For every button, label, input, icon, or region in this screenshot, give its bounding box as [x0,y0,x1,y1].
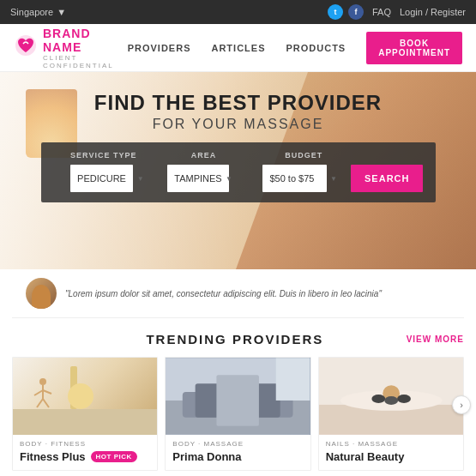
testimonial-quote: "Lorem ipsum dolor sit amet, consectetur… [65,287,382,300]
hero-subtitle: FOR YOUR MASSAGE [0,117,476,132]
testimonial-section: "Lorem ipsum dolor sit amet, consectetur… [0,269,476,317]
provider-info-1: BODY · FITNESS Fitness Plus HOT PICK [13,435,157,470]
provider-image-1 [13,358,157,435]
location-label: Singapore [10,7,53,17]
book-appointment-button[interactable]: BOOK APPOINTMENT [366,32,462,64]
provider-name-row-2: Prima Donna [172,450,303,463]
top-bar-right: t f FAQ Login / Register [328,4,466,20]
svg-line-3 [34,390,43,395]
svg-line-5 [37,399,43,407]
avatar-figure [32,285,51,309]
area-wrap: TAMPINES ORCHARD CBD [158,165,239,192]
testimonial-avatar [26,278,57,309]
provider-info-2: BODY · MASSAGE Prima Donna [166,435,310,470]
logo: BRAND NAME CLIENT CONFIDENTIAL [14,27,128,69]
nav-products[interactable]: PRODUCTS [286,43,346,53]
nav-providers[interactable]: PROVIDERS [128,43,191,53]
faq-link[interactable]: FAQ [372,7,391,17]
provider-image-2 [166,358,310,435]
provider-card-1: BODY · FITNESS Fitness Plus HOT PICK [12,357,158,471]
location-selector[interactable]: Singapore ▼ [10,7,66,17]
brand-name: BRAND NAME [43,27,128,54]
main-nav: BRAND NAME CLIENT CONFIDENTIAL PROVIDERS… [0,24,476,72]
top-bar: Singapore ▼ t f FAQ Login / Register [0,0,476,24]
service-type-label: SERVICE TYPE [53,151,155,160]
hot-pick-badge: HOT PICK [91,451,137,462]
trending-header: TRENDING PROVIDERS VIEW MORE [12,332,464,346]
nav-articles[interactable]: ARTICLES [211,43,265,53]
twitter-icon[interactable]: t [328,4,343,20]
social-icons: t f [328,4,364,20]
budget-label: BUDGET [253,151,355,160]
svg-point-18 [371,395,385,403]
spa-room-svg [166,358,310,435]
auth-link[interactable]: Login / Register [400,7,466,17]
gym-circle [68,383,93,409]
provider-category-2: BODY · MASSAGE [172,440,303,448]
svg-line-4 [43,390,51,394]
service-type-wrap: PEDICURE MASSAGE FITNESS [53,165,151,192]
trending-section: TRENDING PROVIDERS VIEW MORE [0,318,476,476]
provider-name-2[interactable]: Prima Donna [172,450,241,463]
provider-image-3 [319,358,463,435]
hero-section: FIND THE BEST PROVIDER FOR YOUR MASSAGE … [0,72,476,269]
provider-card-3: NAILS · MASSAGE Natural Beauty [318,357,464,471]
provider-name-3[interactable]: Natural Beauty [326,450,405,463]
logo-text: BRAND NAME CLIENT CONFIDENTIAL [43,27,128,69]
provider-category-3: NAILS · MASSAGE [326,440,456,448]
area-label: AREA [161,151,246,160]
hero-content: FIND THE BEST PROVIDER FOR YOUR MASSAGE … [0,72,476,202]
svg-rect-13 [276,358,310,401]
spa-stones-svg [319,358,463,435]
providers-row: BODY · FITNESS Fitness Plus HOT PICK [12,357,464,471]
yoga-figure-icon [30,377,56,411]
carousel-next-arrow[interactable]: › [452,395,471,414]
trending-title: TRENDING PROVIDERS [63,332,407,346]
provider-name-row-3: Natural Beauty [326,450,456,463]
svg-rect-12 [217,375,260,425]
provider-name-row-1: Fitness Plus HOT PICK [20,450,150,463]
search-form: SERVICE TYPE AREA BUDGET PEDICURE MASSAG… [41,142,436,202]
location-chevron: ▼ [57,7,66,17]
service-type-select[interactable]: PEDICURE MASSAGE FITNESS [70,165,133,192]
search-form-inputs: PEDICURE MASSAGE FITNESS TAMPINES ORCHAR… [53,165,424,192]
search-form-labels: SERVICE TYPE AREA BUDGET [53,151,424,160]
gym-floor [13,409,157,435]
svg-point-19 [384,396,398,405]
area-select[interactable]: TAMPINES ORCHARD CBD [167,165,229,192]
provider-card-2: BODY · MASSAGE Prima Donna [165,357,310,471]
provider-category-1: BODY · FITNESS [20,440,150,448]
logo-icon [14,33,38,63]
provider-name-1[interactable]: Fitness Plus [20,450,86,463]
brand-sub: CLIENT CONFIDENTIAL [43,54,128,69]
facebook-icon[interactable]: f [348,4,364,20]
svg-point-20 [397,395,411,403]
provider-info-3: NAILS · MASSAGE Natural Beauty [319,435,463,470]
search-button[interactable]: SEARCH [351,165,423,192]
view-more-link[interactable]: VIEW MORE [407,334,464,344]
budget-wrap: $50 to $75 $20 to $50 $75 to $100 [246,165,344,192]
budget-select[interactable]: $50 to $75 $20 to $50 $75 to $100 [262,165,327,192]
nav-links: PROVIDERS ARTICLES PRODUCTS BOOK APPOINT… [128,32,462,64]
svg-line-6 [43,399,49,407]
svg-point-1 [39,378,46,385]
hero-title: FIND THE BEST PROVIDER [0,91,476,115]
